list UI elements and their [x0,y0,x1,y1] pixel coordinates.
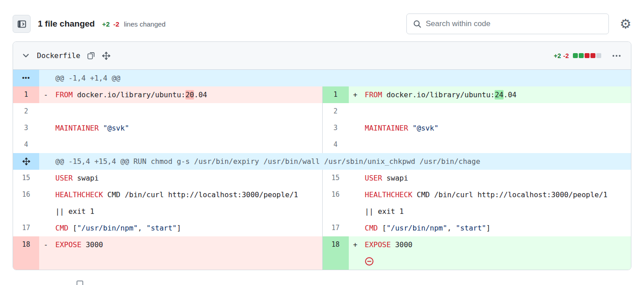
code-token: FROM [365,90,383,99]
hunk-header-text: @@ -1,4 +1,4 @@ [39,70,631,86]
lines-changed-stats: +2 -2 lines changed [102,20,166,28]
file-name: Dockerfile [37,51,80,60]
diff-right-cell: 2 [322,103,631,120]
line-number[interactable]: 3 [13,120,39,136]
code-token: CMD /bin/curl http://localhost:3000/peop… [103,190,298,199]
diff-sign [39,120,55,136]
collapse-file-button[interactable] [22,52,30,59]
code-token: docker.io/library/ubuntu: [73,90,185,99]
diff-row: 22 [13,103,631,120]
code-token: swapi [73,174,99,182]
diff-sign [349,120,365,136]
expand-hunk-button[interactable]: ••• [13,70,39,86]
line-number[interactable]: 17 [323,220,349,236]
code-line: FROM docker.io/library/ubuntu:24.04 [365,86,631,103]
hunk-row: @@ -15,4 +15,4 @@ RUN chmod g-s /usr/bin… [13,153,631,170]
file-deletions-count: -2 [563,52,569,59]
diffstat-square-del [590,53,595,58]
code-token: 20 [185,90,194,100]
file-diffstat: +2 -2 [554,52,601,59]
diffstat-square-add [573,53,578,58]
code-line: HEALTHCHECK CMD /bin/curl http://localho… [365,186,631,220]
code-token: FROM [55,90,73,99]
code-token: CMD /bin/curl http://localhost:3000/peop… [412,190,607,199]
code-token: .04 [194,90,207,99]
settings-gear-icon[interactable]: ⚙ [620,18,631,31]
line-number[interactable]: 15 [323,170,349,186]
diff-sign [39,136,55,153]
line-number[interactable]: 1 [323,86,349,103]
copy-icon [87,52,95,59]
diff-right-cell: 4 [322,136,631,153]
code-token: MAINTAINER [55,124,99,132]
diff-toolbar: 1 file changed +2 -2 lines changed ⚙ [0,0,644,41]
file-diff-panel: Dockerfile +2 -2 [13,41,631,270]
no-newline-icon [365,257,374,266]
code-token: "start" [456,224,486,232]
code-token: CMD [365,224,378,232]
deletions-count: -2 [113,20,119,28]
line-number[interactable]: 17 [13,220,39,236]
code-token: swapi [382,174,408,182]
diff-right-cell: 17CMD ["/usr/bin/npm", "start"] [322,220,631,236]
line-number[interactable]: 2 [13,103,39,120]
diff-sign: + [349,86,365,103]
file-options-button[interactable] [611,52,622,60]
diff-sign [349,136,365,153]
code-token: || exit 1 [55,207,95,216]
diff-row: 17CMD ["/usr/bin/npm", "start"]17CMD ["/… [13,220,631,236]
line-number[interactable]: 4 [323,136,349,153]
diff-left-cell: 17CMD ["/usr/bin/npm", "start"] [13,220,322,236]
drag-hunk-button[interactable] [13,153,39,170]
code-token: USER [365,174,383,182]
copy-file-path-button[interactable] [87,52,95,59]
diff-sign [349,186,365,220]
diff-sign [39,170,55,186]
ellipsis-icon: ••• [22,70,30,86]
line-number[interactable]: 15 [13,170,39,186]
search-input[interactable] [426,19,602,28]
code-token: HEALTHCHECK [365,190,413,199]
code-token: "start" [146,224,176,232]
diff-table: •••@@ -1,4 +1,4 @@1-FROM docker.io/libra… [13,70,631,270]
code-line: FROM docker.io/library/ubuntu:20.04 [55,86,322,103]
drag-file-handle[interactable] [102,52,110,60]
diff-left-cell: 18-EXPOSE 3000 [13,236,322,270]
file-additions-count: +2 [554,52,561,59]
code-line: EXPOSE 3000 [365,236,631,270]
line-number[interactable]: 18 [13,236,39,270]
diff-sign: - [39,86,55,103]
code-token: , [447,224,456,232]
code-token: ] [486,224,491,232]
code-token: || exit 1 [365,207,404,216]
diff-right-cell: 1+FROM docker.io/library/ubuntu:24.04 [322,86,631,103]
diff-row: 44 [13,136,631,153]
line-number[interactable]: 18 [323,236,349,270]
file-header: Dockerfile +2 -2 [13,42,631,70]
line-number[interactable]: 16 [323,186,349,220]
diff-sign [349,220,365,236]
code-token: .04 [504,90,517,99]
line-number[interactable]: 2 [323,103,349,120]
line-number[interactable]: 16 [13,186,39,220]
code-token: "@svk" [103,124,129,132]
code-line: USER swapi [55,170,322,186]
line-number[interactable]: 1 [13,86,39,103]
code-line: MAINTAINER "@svk" [55,120,322,136]
diff-row: 15USER swapi15USER swapi [13,170,631,186]
line-number[interactable]: 4 [13,136,39,153]
diff-row: 3MAINTAINER "@svk"3MAINTAINER "@svk" [13,120,631,136]
code-token: [ [378,224,386,232]
diff-sign: - [39,236,55,270]
diff-right-cell: 18+EXPOSE 3000 [322,236,631,270]
line-number[interactable]: 3 [323,120,349,136]
code-line: CMD ["/usr/bin/npm", "start"] [365,220,631,236]
code-token [99,124,103,132]
search-box[interactable] [406,14,609,34]
code-token: HEALTHCHECK [55,190,103,199]
code-line: USER swapi [365,170,631,186]
file-tree-toggle-button[interactable] [13,15,31,33]
code-token: USER [55,174,73,182]
code-token: "/usr/bin/npm" [387,224,447,232]
hunk-row: •••@@ -1,4 +1,4 @@ [13,70,631,86]
